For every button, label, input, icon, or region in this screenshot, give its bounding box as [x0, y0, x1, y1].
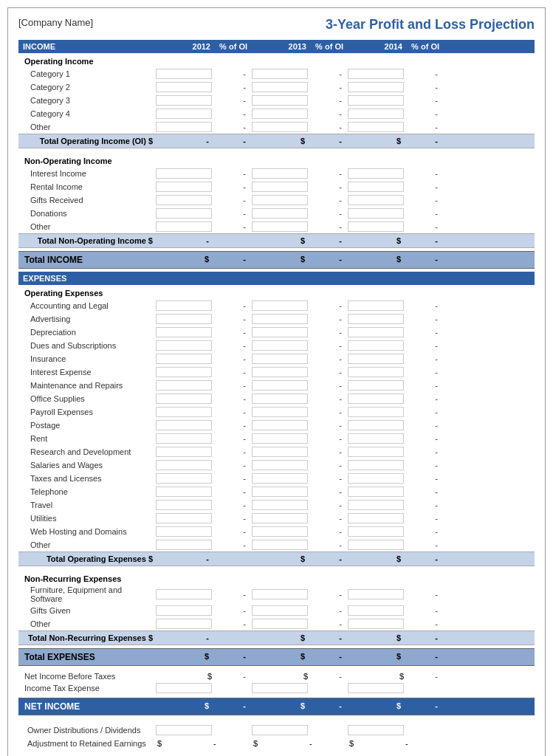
dues-y1[interactable] [156, 340, 212, 351]
gifts-given-y1[interactable] [156, 605, 212, 616]
category-3-y3-input[interactable] [348, 95, 404, 106]
distributions-y1[interactable] [156, 725, 212, 735]
op-other-y3[interactable] [348, 540, 404, 550]
taxes-y2[interactable] [252, 473, 308, 484]
salaries-y3[interactable] [348, 460, 404, 470]
tax-expense-y3[interactable] [348, 683, 404, 693]
depreciation-y2[interactable] [252, 327, 308, 337]
non-op-other-y2[interactable] [252, 221, 308, 232]
office-supplies-y1[interactable] [156, 394, 212, 404]
non-op-other-y3[interactable] [348, 221, 404, 232]
accounting-legal-y1[interactable] [156, 300, 212, 311]
taxes-y1[interactable] [156, 473, 212, 484]
category-1-y2-input[interactable] [252, 69, 308, 79]
category-4-y1-input[interactable] [156, 109, 212, 119]
telephone-y1[interactable] [156, 487, 212, 497]
taxes-y3[interactable] [348, 473, 404, 484]
furniture-y1[interactable] [156, 589, 212, 599]
research-y1[interactable] [156, 447, 212, 457]
interest-expense-y3[interactable] [348, 367, 404, 377]
tax-expense-y2[interactable] [252, 683, 308, 693]
utilities-y1[interactable] [156, 513, 212, 523]
income-other-y1-input[interactable] [156, 122, 212, 132]
telephone-y3[interactable] [348, 487, 404, 497]
payroll-y1[interactable] [156, 407, 212, 417]
gifts-given-y2[interactable] [252, 605, 308, 616]
rental-income-y1[interactable] [156, 182, 212, 192]
accounting-legal-y3[interactable] [348, 300, 404, 311]
category-3-y1-input[interactable] [156, 95, 212, 106]
salaries-y2[interactable] [252, 460, 308, 470]
category-2-y2-input[interactable] [252, 82, 308, 92]
category-2-y1-input[interactable] [156, 82, 212, 92]
income-other-y3-input[interactable] [348, 122, 404, 132]
rental-income-y2[interactable] [252, 182, 308, 192]
non-rec-other-y3[interactable] [348, 619, 404, 629]
utilities-y3[interactable] [348, 513, 404, 523]
op-other-y2[interactable] [252, 540, 308, 550]
telephone-y2[interactable] [252, 487, 308, 497]
donations-y3[interactable] [348, 208, 404, 219]
income-other-y2-input[interactable] [252, 122, 308, 132]
postage-y3[interactable] [348, 420, 404, 430]
accounting-legal-y2[interactable] [252, 300, 308, 311]
category-1-y3-input[interactable] [348, 69, 404, 79]
furniture-y2[interactable] [252, 589, 308, 599]
donations-y2[interactable] [252, 208, 308, 219]
insurance-y3[interactable] [348, 354, 404, 364]
dues-y2[interactable] [252, 340, 308, 351]
op-other-y1[interactable] [156, 540, 212, 550]
furniture-y3[interactable] [348, 589, 404, 599]
research-y3[interactable] [348, 447, 404, 457]
insurance-y2[interactable] [252, 354, 308, 364]
category-2-y3-input[interactable] [348, 82, 404, 92]
postage-y1[interactable] [156, 420, 212, 430]
non-rec-other-y2[interactable] [252, 619, 308, 629]
maintenance-y1[interactable] [156, 380, 212, 391]
web-hosting-y2[interactable] [252, 526, 308, 537]
interest-income-y1[interactable] [156, 168, 212, 179]
insurance-y1[interactable] [156, 354, 212, 364]
advertising-y1[interactable] [156, 314, 212, 324]
tax-expense-y1[interactable] [156, 683, 212, 693]
rent-y3[interactable] [348, 433, 404, 444]
travel-y2[interactable] [252, 500, 308, 510]
research-y2[interactable] [252, 447, 308, 457]
category-4-y3-input[interactable] [348, 109, 404, 119]
travel-y1[interactable] [156, 500, 212, 510]
distributions-y3[interactable] [348, 725, 404, 735]
advertising-y3[interactable] [348, 314, 404, 324]
payroll-y2[interactable] [252, 407, 308, 417]
gifts-given-y3[interactable] [348, 605, 404, 616]
postage-y2[interactable] [252, 420, 308, 430]
web-hosting-y3[interactable] [348, 526, 404, 537]
advertising-y2[interactable] [252, 314, 308, 324]
gifts-received-y3[interactable] [348, 195, 404, 205]
category-4-y2-input[interactable] [252, 109, 308, 119]
maintenance-y3[interactable] [348, 380, 404, 391]
category-3-y2-input[interactable] [252, 95, 308, 106]
rent-y2[interactable] [252, 433, 308, 444]
non-rec-other-y1[interactable] [156, 619, 212, 629]
interest-income-y3[interactable] [348, 168, 404, 179]
category-1-y1-input[interactable] [156, 69, 212, 79]
dues-y3[interactable] [348, 340, 404, 351]
travel-y3[interactable] [348, 500, 404, 510]
rent-y1[interactable] [156, 433, 212, 444]
gifts-received-y2[interactable] [252, 195, 308, 205]
web-hosting-y1[interactable] [156, 526, 212, 537]
non-op-other-y1[interactable] [156, 221, 212, 232]
donations-y1[interactable] [156, 208, 212, 219]
utilities-y2[interactable] [252, 513, 308, 523]
gifts-received-y1[interactable] [156, 195, 212, 205]
depreciation-y3[interactable] [348, 327, 404, 337]
payroll-y3[interactable] [348, 407, 404, 417]
interest-expense-y1[interactable] [156, 367, 212, 377]
distributions-y2[interactable] [252, 725, 308, 735]
office-supplies-y2[interactable] [252, 394, 308, 404]
office-supplies-y3[interactable] [348, 394, 404, 404]
depreciation-y1[interactable] [156, 327, 212, 337]
interest-income-y2[interactable] [252, 168, 308, 179]
maintenance-y2[interactable] [252, 380, 308, 391]
interest-expense-y2[interactable] [252, 367, 308, 377]
